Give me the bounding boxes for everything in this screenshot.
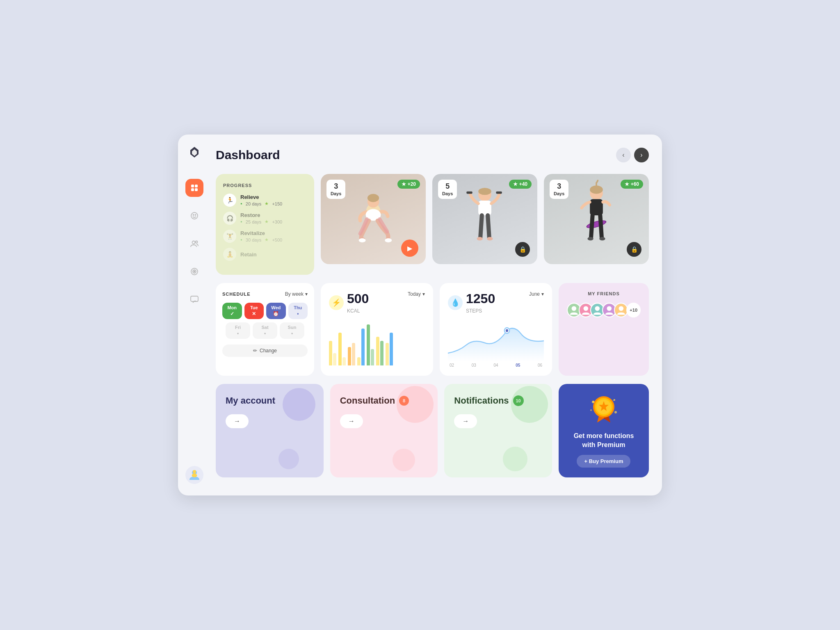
header: Dashboard ‹ › xyxy=(216,148,649,162)
chart-label-06: 06 xyxy=(538,363,542,368)
schedule-title: SCHEDULE xyxy=(222,292,251,297)
day-friday[interactable]: Fri • xyxy=(226,322,250,339)
sunday-label: Sun xyxy=(281,325,303,330)
day-saturday[interactable]: Sat • xyxy=(253,322,277,339)
buy-premium-button[interactable]: + Buy Premium xyxy=(577,455,630,468)
premium-medal-icon: ✦ ✦ xyxy=(589,394,619,427)
svg-rect-27 xyxy=(496,192,502,194)
change-button[interactable]: ✏ Change xyxy=(222,345,308,357)
sidebar-item-users[interactable] xyxy=(185,235,203,253)
progress-item-revitalize: 🏋 Revitalize ● 30 days ★ +500 xyxy=(223,230,307,243)
sidebar xyxy=(178,135,211,495)
user-avatar[interactable] xyxy=(185,466,203,484)
svg-text:✦: ✦ xyxy=(592,400,595,404)
today-selector[interactable]: Today ▾ xyxy=(408,291,425,297)
bar-group-5 xyxy=(367,324,374,365)
svg-point-47 xyxy=(607,306,612,311)
day-tuesday[interactable]: Tue ✕ xyxy=(244,303,264,319)
restore-info: Restore ● 25 days ★ +300 xyxy=(240,212,307,224)
workout-card-2[interactable]: 5 Days ★+40 🔒 xyxy=(432,174,537,264)
chart-label-04: 04 xyxy=(493,363,498,368)
svg-point-8 xyxy=(195,215,196,215)
day-thursday[interactable]: Thu • xyxy=(288,303,308,319)
month-selector[interactable]: June ▾ xyxy=(529,291,544,297)
workout-card-3[interactable]: 3 Days ★+60 🔒 xyxy=(544,174,649,264)
progress-title: PROGRESS xyxy=(223,183,307,188)
chart-label-03: 03 xyxy=(472,363,476,368)
my-account-card[interactable]: My account → xyxy=(216,384,324,477)
svg-point-57 xyxy=(614,411,617,413)
svg-rect-25 xyxy=(478,201,491,215)
bar-4b xyxy=(361,329,365,365)
svg-point-45 xyxy=(595,306,600,311)
main-content: Dashboard ‹ › PROGRESS 🏃 Relieve ● 20 da… xyxy=(211,135,662,495)
bar-3a xyxy=(348,347,351,365)
svg-point-13 xyxy=(194,271,195,272)
svg-point-31 xyxy=(590,185,603,194)
relieve-pts: +150 xyxy=(272,201,282,206)
premium-card[interactable]: ✦ ✦ Get more functions with Premium + Bu… xyxy=(559,384,649,477)
workout-1-days-badge: 3 Days xyxy=(326,180,345,199)
revitalize-meta: ● 30 days ★ +500 xyxy=(240,237,307,242)
chart-x-labels: 02 03 04 05 06 xyxy=(448,363,544,368)
restore-name: Restore xyxy=(240,212,307,218)
day-sunday[interactable]: Sun • xyxy=(280,322,304,339)
friends-title: MY FRIENDS xyxy=(567,291,641,296)
schedule-card: SCHEDULE By week ▾ Mon ✓ Tue ✕ xyxy=(216,283,314,376)
notifications-card[interactable]: Notifications 10 → xyxy=(444,384,552,477)
svg-point-10 xyxy=(196,241,198,243)
progress-card: PROGRESS 🏃 Relieve ● 20 days ★ +150 xyxy=(216,174,314,275)
svg-point-43 xyxy=(583,306,588,311)
svg-point-21 xyxy=(359,238,366,242)
day-monday[interactable]: Mon ✓ xyxy=(222,303,242,319)
chevron-down-icon: ▾ xyxy=(305,291,308,297)
steps-icon: 💧 xyxy=(448,295,463,310)
svg-point-56 xyxy=(590,409,592,411)
thursday-dot-icon: • xyxy=(290,311,306,317)
workout-card-1[interactable]: 3 Days ★+20 ▶ xyxy=(321,174,426,264)
svg-point-28 xyxy=(477,237,483,241)
workout-1-play-button[interactable]: ▶ xyxy=(401,240,418,257)
steps-header: 💧 1250 STEPS June ▾ xyxy=(448,291,544,314)
workout-2-lock-icon: 🔒 xyxy=(515,242,530,257)
svg-point-37 xyxy=(599,237,605,241)
consultation-arrow-button[interactable]: → xyxy=(340,414,363,428)
nav-prev-button[interactable]: ‹ xyxy=(616,148,631,162)
sidebar-item-dashboard[interactable] xyxy=(185,179,203,197)
svg-point-39 xyxy=(506,329,508,332)
bottom-row: My account → Consultation 8 → Notificati… xyxy=(216,384,649,477)
svg-point-36 xyxy=(587,237,593,241)
svg-rect-5 xyxy=(195,188,198,191)
bar-group-7 xyxy=(386,333,393,365)
consultation-card[interactable]: Consultation 8 → xyxy=(330,384,438,477)
friends-card: MY FRIENDS xyxy=(559,283,649,376)
bar-group-4 xyxy=(357,329,365,365)
bar-1b xyxy=(333,353,336,365)
nav-next-button[interactable]: › xyxy=(634,148,649,162)
bar-group-1 xyxy=(329,341,336,365)
sidebar-item-chat[interactable] xyxy=(185,290,203,308)
bar-group-6 xyxy=(376,337,383,365)
steps-unit: STEPS xyxy=(466,308,495,314)
account-arrow-button[interactable]: → xyxy=(226,414,249,428)
today-label: Today xyxy=(408,291,421,297)
week-selector[interactable]: By week ▾ xyxy=(285,291,308,297)
sidebar-item-smiley[interactable] xyxy=(185,207,203,225)
svg-text:✦: ✦ xyxy=(613,399,615,402)
day-wednesday[interactable]: Wed ⏰ xyxy=(266,303,286,319)
bar-2b xyxy=(342,357,346,365)
workout-3-lock-icon: 🔒 xyxy=(627,242,641,257)
progress-item-relieve: 🏃 Relieve ● 20 days ★ +150 xyxy=(223,194,307,207)
tuesday-x-icon: ✕ xyxy=(246,311,262,317)
app-container: Dashboard ‹ › PROGRESS 🏃 Relieve ● 20 da… xyxy=(178,135,662,495)
sidebar-item-target[interactable] xyxy=(185,262,203,281)
top-row: PROGRESS 🏃 Relieve ● 20 days ★ +150 xyxy=(216,174,649,275)
friend-avatar-5 xyxy=(614,303,628,317)
nav-buttons: ‹ › xyxy=(616,148,649,162)
revitalize-name: Revitalize xyxy=(240,230,307,236)
svg-rect-14 xyxy=(191,296,198,301)
notifications-arrow-button[interactable]: → xyxy=(454,414,477,428)
retain-icon: 🧘 xyxy=(223,248,236,261)
retain-name: Retain xyxy=(240,251,307,258)
svg-point-7 xyxy=(193,215,194,215)
